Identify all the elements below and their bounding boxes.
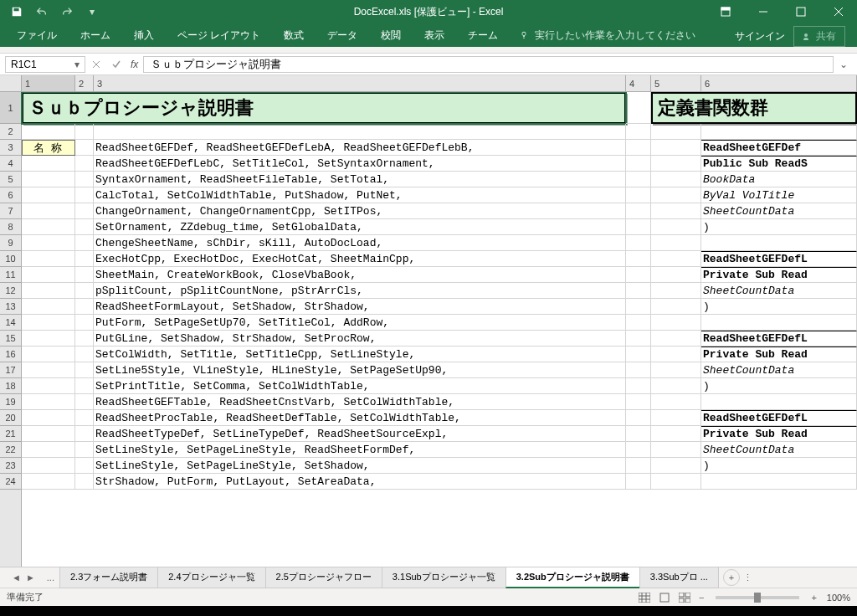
cell[interactable] <box>701 124 857 140</box>
cell[interactable] <box>22 410 75 426</box>
row-header-21[interactable]: 21 <box>0 426 21 442</box>
row-header-22[interactable]: 22 <box>0 442 21 458</box>
close-button[interactable] <box>819 0 857 23</box>
cell[interactable] <box>651 378 701 394</box>
col-header-1[interactable]: 1 <box>22 75 75 91</box>
cell[interactable]: ) <box>701 378 857 394</box>
cell[interactable] <box>651 219 701 235</box>
cell[interactable]: SheetMain, CreateWorkBook, CloseVbaBook, <box>94 267 626 283</box>
maximize-button[interactable] <box>782 0 819 23</box>
row-header-1[interactable]: 1 <box>0 92 21 124</box>
tab-view[interactable]: 表示 <box>413 24 456 47</box>
tab-data[interactable]: データ <box>316 24 369 47</box>
sheet-nav-next-icon[interactable]: ► <box>26 572 35 583</box>
col-header-3[interactable]: 3 <box>94 75 626 91</box>
cell[interactable] <box>651 235 701 251</box>
cell[interactable]: ReadSheetGEFDef <box>701 140 857 156</box>
cell[interactable] <box>626 378 651 394</box>
cell[interactable]: SetPrintTitle, SetComma, SetColWidthTabl… <box>94 378 626 394</box>
cell[interactable]: ReadSheetGEFDefLebC, SetTitleCol, SetSyn… <box>94 156 626 172</box>
cell[interactable] <box>22 299 75 315</box>
cell[interactable] <box>22 426 75 442</box>
cell[interactable] <box>75 362 94 378</box>
redo-button[interactable] <box>55 2 79 22</box>
cell[interactable] <box>75 315 94 331</box>
ribbon-display-button[interactable] <box>706 0 744 23</box>
cell[interactable]: SetLineStyle, SetPageLineStyle, SetShado… <box>94 458 626 474</box>
tab-file[interactable]: ファイル <box>5 24 69 47</box>
zoom-level[interactable]: 100% <box>827 593 850 603</box>
cell[interactable]: ) <box>701 299 857 315</box>
cell[interactable]: StrShadow, PutForm, PutLayout, SetAreaDa… <box>94 474 626 490</box>
row-header-6[interactable]: 6 <box>0 187 21 203</box>
select-all-corner[interactable] <box>0 75 22 91</box>
row-header-8[interactable]: 8 <box>0 219 21 235</box>
row-header-19[interactable]: 19 <box>0 394 21 410</box>
cell[interactable]: SheetCountData <box>701 283 857 299</box>
cell[interactable] <box>22 458 75 474</box>
cell[interactable] <box>626 92 651 124</box>
cell[interactable]: ReadSheetGEFDef, ReadSheetGEFDefLebA, Re… <box>94 140 626 156</box>
new-sheet-button[interactable]: + <box>723 569 740 586</box>
cell[interactable] <box>22 394 75 410</box>
cell[interactable]: pSplitCount, pSplitCountNone, pStrArrCls… <box>94 283 626 299</box>
tab-team[interactable]: チーム <box>456 24 510 47</box>
cell[interactable]: ReadSheetGEFTable, ReadSheetCnstVarb, Se… <box>94 394 626 410</box>
cell[interactable] <box>626 235 651 251</box>
cell[interactable] <box>651 140 701 156</box>
cell[interactable] <box>651 172 701 187</box>
cell[interactable]: BookData <box>701 172 857 187</box>
cell[interactable] <box>626 474 651 490</box>
sheet-tab-ellipsis[interactable]: ... <box>42 572 59 583</box>
share-button[interactable]: 共有 <box>793 26 845 47</box>
cell[interactable] <box>75 251 94 267</box>
tab-formulas[interactable]: 数式 <box>272 24 316 47</box>
cell[interactable] <box>651 124 701 140</box>
formula-input[interactable]: Ｓｕｂプロシージャ説明書 <box>143 56 834 73</box>
cells-area[interactable]: Ｓｕｂプロシージャ説明書定義書関数群名 称ReadSheetGEFDef, Re… <box>22 92 857 567</box>
cell[interactable] <box>651 442 701 458</box>
row-header-15[interactable]: 15 <box>0 331 21 346</box>
cell[interactable] <box>626 410 651 426</box>
zoom-slider[interactable] <box>716 596 799 599</box>
cell[interactable] <box>22 378 75 394</box>
cell[interactable]: ReadSheetGEFDefL <box>701 410 857 426</box>
qat-customize-button[interactable]: ▾ <box>80 2 104 22</box>
tab-home[interactable]: ホーム <box>69 24 122 47</box>
name-box[interactable]: R1C1 ▾ <box>5 56 85 73</box>
row-header-23[interactable]: 23 <box>0 458 21 474</box>
cell[interactable] <box>651 203 701 219</box>
cell[interactable]: ChengeSheetName, sChDir, sKill, AutoDocL… <box>94 235 626 251</box>
cell[interactable]: ReadSheetFormLayout, SetShadow, StrShado… <box>94 299 626 315</box>
sheet-nav-arrows[interactable]: ◄► <box>5 572 42 583</box>
cell[interactable] <box>22 362 75 378</box>
cell[interactable] <box>651 156 701 172</box>
cell[interactable] <box>75 140 94 156</box>
formula-expand-button[interactable]: ⌄ <box>835 59 852 70</box>
cell[interactable] <box>626 394 651 410</box>
cell[interactable] <box>626 315 651 331</box>
sheet-tab-options-icon[interactable]: ⋮ <box>743 572 752 583</box>
cell[interactable] <box>651 331 701 346</box>
cell[interactable] <box>651 315 701 331</box>
cell[interactable]: Private Sub Read <box>701 267 857 283</box>
cell[interactable] <box>75 410 94 426</box>
cell[interactable]: ReadSheetGEFDefL <box>701 251 857 267</box>
row-header-7[interactable]: 7 <box>0 203 21 219</box>
sheet-tab[interactable]: 2.4プロシージャ一覧 <box>157 567 265 588</box>
cell[interactable] <box>75 124 94 140</box>
tell-me-search[interactable]: 実行したい作業を入力してください <box>510 24 704 47</box>
cell[interactable] <box>75 156 94 172</box>
cell[interactable] <box>22 219 75 235</box>
row-header-20[interactable]: 20 <box>0 410 21 426</box>
cell[interactable]: SyntaxOrnament, ReadSheetFileTable, SetT… <box>94 172 626 187</box>
cell[interactable] <box>626 267 651 283</box>
row-header-3[interactable]: 3 <box>0 140 21 156</box>
sheet-tab[interactable]: 2.3フォーム説明書 <box>59 567 158 588</box>
row-header-11[interactable]: 11 <box>0 267 21 283</box>
cell[interactable]: ReadSheetTypeDef, SetLineTypeDef, ReadSh… <box>94 426 626 442</box>
cell[interactable] <box>626 458 651 474</box>
cell[interactable] <box>626 156 651 172</box>
cell[interactable]: ReadSheetProcTable, ReadSheetDefTable, S… <box>94 410 626 426</box>
cell[interactable]: ByVal VolTitle <box>701 187 857 203</box>
